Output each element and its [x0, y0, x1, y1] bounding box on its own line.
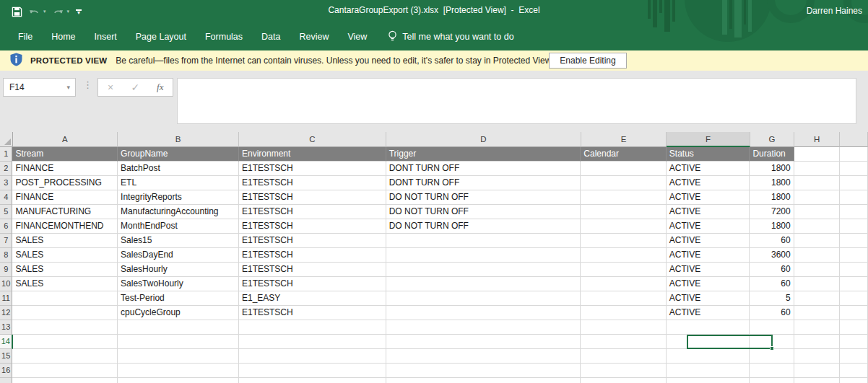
row-header-15[interactable]: 15 [0, 349, 12, 364]
cell-F4[interactable]: ACTIVE [667, 190, 750, 205]
cell-E7[interactable] [581, 234, 666, 248]
cancel-icon[interactable]: × [100, 82, 121, 93]
cell-D7[interactable] [386, 234, 581, 248]
row-header-2[interactable]: 2 [0, 162, 12, 176]
cell-C10[interactable]: E1TESTSCH [239, 277, 386, 291]
cell-H14[interactable] [794, 335, 840, 349]
row-header-10[interactable]: 10 [0, 277, 12, 291]
cell-H13[interactable] [794, 320, 840, 335]
row-header-6[interactable]: 6 [0, 219, 12, 234]
cell-D1[interactable]: Trigger [386, 147, 581, 162]
cell-F10[interactable]: ACTIVE [667, 277, 750, 291]
undo-dropdown-icon[interactable]: ▾ [43, 9, 46, 14]
fill-handle[interactable] [770, 346, 774, 351]
cell-C2[interactable]: E1TESTSCH [239, 162, 386, 176]
cell-H11[interactable] [794, 291, 840, 306]
select-all-button[interactable] [0, 132, 13, 147]
cell-E14[interactable] [581, 335, 666, 349]
cell-C13[interactable] [239, 320, 386, 335]
cell-H8[interactable] [794, 248, 840, 263]
cell-B16[interactable] [118, 364, 239, 378]
cell-G2[interactable]: 1800 [750, 162, 794, 176]
cell-D15[interactable] [386, 349, 581, 364]
cell-F5[interactable]: ACTIVE [667, 205, 750, 219]
cell-G6[interactable]: 1800 [750, 219, 794, 234]
cell-B11[interactable]: Test-Period [118, 291, 239, 306]
ribbon-tab-review[interactable]: Review [290, 27, 338, 46]
insert-function-icon[interactable]: fx [150, 82, 170, 93]
cell-A11[interactable] [12, 291, 118, 306]
column-header-E[interactable]: E [581, 132, 667, 147]
cell-G8[interactable]: 3600 [750, 248, 794, 263]
cell-D11[interactable] [386, 291, 581, 306]
column-header-H[interactable]: H [794, 132, 840, 147]
cell-B15[interactable] [118, 349, 239, 364]
cell-H3[interactable] [794, 176, 840, 190]
cell-C15[interactable] [239, 349, 386, 364]
ribbon-tab-insert[interactable]: Insert [85, 27, 126, 46]
cell-G11[interactable]: 5 [750, 291, 794, 306]
cell-C11[interactable]: E1_EASY [239, 291, 386, 306]
cell-F9[interactable]: ACTIVE [667, 263, 750, 277]
cell-E15[interactable] [581, 349, 666, 364]
cell-F6[interactable]: ACTIVE [667, 219, 750, 234]
cell-A14[interactable] [13, 335, 118, 349]
cell-B7[interactable]: Sales15 [118, 234, 239, 248]
cell-F2[interactable]: ACTIVE [667, 162, 750, 176]
row-header-16[interactable]: 16 [0, 364, 12, 378]
cell-F16[interactable] [667, 364, 750, 378]
cell-C16[interactable] [239, 364, 386, 378]
cell-F12[interactable]: ACTIVE [667, 306, 750, 320]
cell-E13[interactable] [581, 320, 666, 335]
row-header-5[interactable]: 5 [0, 205, 12, 219]
cell-A4[interactable]: FINANCE [12, 190, 118, 205]
cell-D10[interactable] [386, 277, 581, 291]
cell-H12[interactable] [794, 306, 840, 320]
cell-E6[interactable] [581, 219, 666, 234]
row-header-11[interactable]: 11 [0, 291, 12, 306]
cell-D8[interactable] [386, 248, 581, 263]
cell-G1[interactable]: Duration [750, 147, 794, 162]
cell-D2[interactable]: DONT TURN OFF [386, 162, 581, 176]
ribbon-tab-view[interactable]: View [338, 27, 376, 46]
row-header-12[interactable]: 12 [0, 306, 12, 320]
cell-H2[interactable] [794, 162, 840, 176]
row-header-1[interactable]: 1 [0, 147, 12, 162]
name-box[interactable]: F14 ▾ [3, 78, 76, 97]
cell-D13[interactable] [386, 320, 581, 335]
cell-F1[interactable]: Status [667, 147, 750, 162]
cell-F8[interactable]: ACTIVE [667, 248, 750, 263]
cell-A6[interactable]: FINANCEMONTHEND [12, 219, 118, 234]
cell-C5[interactable]: E1TESTSCH [239, 205, 386, 219]
redo-icon[interactable] [53, 7, 64, 16]
row-header-17[interactable] [0, 378, 12, 383]
cell-E9[interactable] [581, 263, 666, 277]
row-header-4[interactable]: 4 [0, 190, 12, 205]
cell-C3[interactable]: E1TESTSCH [239, 176, 386, 190]
cell-F11[interactable]: ACTIVE [667, 291, 750, 306]
cell-G9[interactable]: 60 [750, 263, 794, 277]
cell-A1[interactable]: Stream [12, 147, 118, 162]
cell-H6[interactable] [794, 219, 840, 234]
ribbon-tab-formulas[interactable]: Formulas [196, 27, 252, 46]
cell-D12[interactable] [386, 306, 581, 320]
cell-G16[interactable] [750, 364, 794, 378]
cell-D3[interactable]: DONT TURN OFF [386, 176, 581, 190]
cell-B2[interactable]: BatchPost [118, 162, 239, 176]
cell-A5[interactable]: MANUFACTURING [12, 205, 118, 219]
row-header-9[interactable]: 9 [0, 263, 12, 277]
cell-C1[interactable]: Environment [239, 147, 386, 162]
cell-H5[interactable] [794, 205, 840, 219]
cell-B12[interactable]: cpuCycleGroup [118, 306, 239, 320]
cell-D16[interactable] [386, 364, 581, 378]
cell-H1[interactable] [794, 147, 840, 162]
cell-B1[interactable]: GroupName [118, 147, 239, 162]
cell-H16[interactable] [794, 364, 840, 378]
row-header-7[interactable]: 7 [0, 234, 12, 248]
cell-C4[interactable]: E1TESTSCH [239, 190, 386, 205]
cell-B4[interactable]: IntegrityReports [118, 190, 239, 205]
cell-B6[interactable]: MonthEndPost [118, 219, 239, 234]
column-header-F[interactable]: F [667, 132, 750, 147]
cell-A9[interactable]: SALES [12, 263, 118, 277]
cell-B10[interactable]: SalesTwoHourly [118, 277, 239, 291]
